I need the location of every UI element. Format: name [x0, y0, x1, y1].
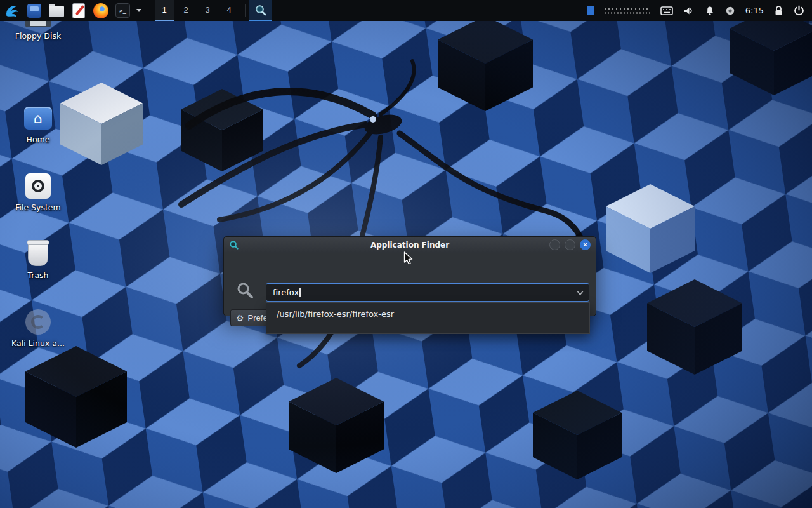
terminal-dropdown-button[interactable]	[134, 0, 144, 21]
search-input[interactable]: firefox	[266, 283, 589, 302]
terminal-icon: >_	[115, 3, 130, 18]
desktop-icon-label: Home	[8, 135, 69, 144]
desktop-icon-label: Floppy Disk	[8, 31, 69, 41]
dropdown-arrow-icon[interactable]	[577, 290, 584, 296]
text-caret	[299, 288, 301, 297]
kali-logo-icon	[4, 3, 19, 18]
window-title: Application Finder	[224, 241, 596, 250]
file-manager-launcher[interactable]	[23, 0, 45, 21]
lock-screen-icon[interactable]	[774, 5, 783, 16]
trash-bin-icon	[28, 242, 48, 266]
minimize-button[interactable]	[549, 239, 560, 250]
notifications-bell-icon[interactable]	[705, 6, 715, 16]
power-session-icon[interactable]	[794, 5, 804, 16]
firefox-icon	[93, 3, 108, 18]
drive-icon	[25, 173, 51, 199]
desktop-icon-file-system[interactable]: File System	[8, 171, 69, 212]
kali-menu-button[interactable]	[0, 0, 23, 21]
home-folder-icon: ⌂	[24, 107, 52, 130]
volume-icon[interactable]	[683, 6, 695, 16]
keyboard-icon[interactable]	[660, 6, 673, 15]
tray-app-icon[interactable]	[587, 6, 594, 15]
folder-launcher[interactable]	[45, 0, 67, 21]
completion-item[interactable]: /usr/lib/firefox-esr/firefox-esr	[266, 303, 589, 325]
desktop-icon-label: Kali Linux a...	[8, 338, 69, 348]
system-tray: 6:15	[587, 0, 812, 21]
workspace-3[interactable]: 3	[198, 0, 217, 21]
disc-volume-icon	[25, 309, 51, 335]
workspace-switcher: 1 2 3 4	[152, 0, 241, 21]
window-body: firefox ⚙ Preferences /usr/lib/firefox-e…	[224, 253, 596, 316]
terminal-launcher[interactable]: >_	[112, 0, 134, 21]
close-button[interactable]: ×	[580, 239, 591, 250]
completion-dropdown: /usr/lib/firefox-esr/firefox-esr	[266, 302, 590, 334]
panel-separator	[148, 4, 148, 17]
status-circle-icon[interactable]	[725, 6, 735, 16]
application-finder-window: Application Finder × firefox ⚙ Preferenc…	[223, 236, 596, 316]
desktop-icon-label: Trash	[8, 271, 69, 280]
text-editor-launcher[interactable]	[67, 0, 89, 21]
search-input-value: firefox	[273, 288, 299, 297]
desktop-icon-home[interactable]: ⌂ Home	[8, 104, 69, 144]
desktop-icon-kali-volume[interactable]: Kali Linux a...	[8, 307, 69, 348]
window-app-icon	[229, 240, 239, 250]
search-icon	[236, 281, 254, 299]
folder-icon	[49, 6, 64, 17]
file-manager-icon	[27, 4, 41, 18]
firefox-launcher[interactable]	[89, 0, 112, 21]
workspace-2[interactable]: 2	[176, 0, 195, 21]
top-panel: >_ 1 2 3 4	[0, 0, 812, 21]
text-editor-icon	[73, 4, 84, 18]
desktop-icon-label: File System	[8, 203, 69, 212]
workspace-4[interactable]: 4	[219, 0, 239, 21]
desktop-icon-trash[interactable]: Trash	[8, 239, 69, 280]
window-titlebar[interactable]: Application Finder ×	[224, 237, 596, 253]
maximize-button[interactable]	[565, 239, 575, 250]
system-monitor-widget[interactable]	[605, 7, 650, 15]
workspace-1[interactable]: 1	[155, 0, 174, 21]
application-finder-taskbar-button[interactable]	[249, 0, 272, 21]
panel-separator	[245, 4, 246, 17]
chevron-down-icon	[136, 9, 141, 12]
gear-icon: ⚙	[236, 313, 244, 323]
search-icon	[254, 4, 267, 17]
clock[interactable]: 6:15	[745, 6, 764, 15]
